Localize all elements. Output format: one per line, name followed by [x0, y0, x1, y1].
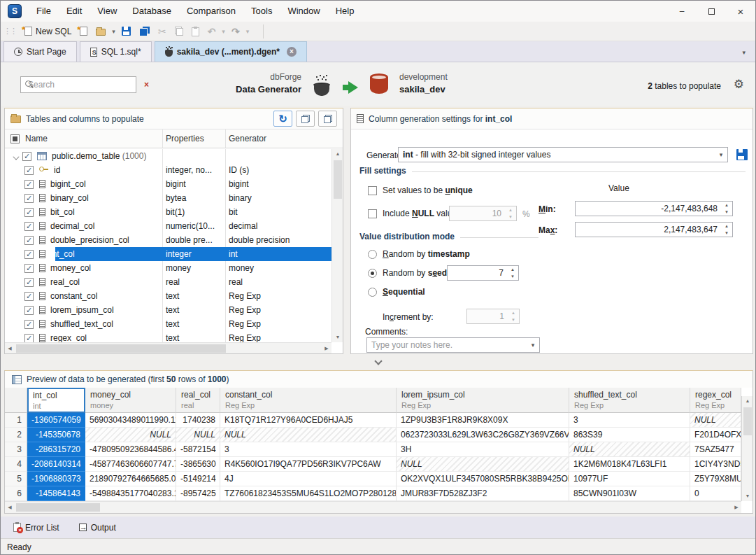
- search-clear-icon[interactable]: ×: [139, 80, 154, 90]
- spin-down-icon[interactable]: ▼: [508, 316, 519, 323]
- new-document-button[interactable]: [76, 23, 92, 40]
- spin-down-icon[interactable]: ▼: [721, 230, 732, 237]
- chevron-down-icon[interactable]: ▾: [715, 151, 727, 158]
- preview-cell[interactable]: NULL: [690, 413, 741, 428]
- preview-cell[interactable]: -3865630: [176, 457, 220, 472]
- preview-cell[interactable]: 1CIY4Y3ND5P0: [690, 457, 741, 472]
- preview-cell[interactable]: NULL: [85, 428, 176, 442]
- maximize-button[interactable]: [697, 1, 726, 22]
- scrollbar-thumb[interactable]: [743, 407, 752, 435]
- close-button[interactable]: ×: [726, 1, 755, 22]
- spin-up-icon[interactable]: ▲: [505, 206, 516, 213]
- tree-row-binary-col[interactable]: ✓binary_colbyteabinary: [5, 191, 331, 205]
- spin-down-icon[interactable]: ▼: [505, 213, 516, 220]
- row-checkbox[interactable]: ✓: [24, 264, 34, 273]
- scrollbar-thumb[interactable]: [16, 503, 100, 512]
- expand-all-button[interactable]: [318, 111, 337, 127]
- collapse-chevron-icon[interactable]: [374, 357, 382, 365]
- preview-cell[interactable]: OK2XVQX1ULF3457080SR5RBK38B9425ORV70...: [397, 472, 569, 486]
- preview-cell[interactable]: 4J: [220, 472, 397, 486]
- preview-cell[interactable]: NULL: [220, 428, 397, 442]
- tree-horizontal-scrollbar[interactable]: ◀ ▶: [5, 342, 331, 353]
- scroll-left-icon[interactable]: ◀: [5, 343, 15, 354]
- unique-checkbox[interactable]: [368, 186, 377, 195]
- preview-cell[interactable]: -47809509236844586.44: [85, 442, 176, 457]
- tab-list-dropdown-icon[interactable]: ▾: [742, 49, 755, 56]
- row-checkbox[interactable]: ✓: [24, 292, 34, 301]
- preview-cell[interactable]: -5149214: [176, 472, 220, 486]
- preview-cell[interactable]: -145350678: [27, 428, 85, 442]
- select-all-checkbox[interactable]: [10, 134, 20, 143]
- tab-close-icon[interactable]: ×: [287, 47, 297, 57]
- menu-tools[interactable]: Tools: [243, 1, 280, 22]
- cut-button[interactable]: ✂: [154, 23, 171, 40]
- undo-dropdown-icon[interactable]: ▾: [220, 28, 227, 35]
- row-checkbox[interactable]: ✓: [24, 194, 34, 203]
- tree-row-money-col[interactable]: ✓money_colmoneymoney: [5, 261, 331, 275]
- preview-horizontal-scrollbar[interactable]: ◀ ▶: [5, 501, 741, 513]
- preview-cell[interactable]: 0623723033L629L3W63C26G8ZY369VZ66VZSF...: [397, 428, 569, 442]
- row-checkbox[interactable]: ✓: [22, 152, 31, 161]
- toolbar-grip-icon[interactable]: ⋮⋮: [3, 27, 16, 36]
- preview-column-header-lorem-ipsum-col[interactable]: lorem_ipsum_colReg Exp: [397, 388, 569, 413]
- column-header-properties[interactable]: Properties: [166, 134, 204, 143]
- max-value-spinner[interactable]: 2,147,483,647 ▲▼: [575, 222, 733, 237]
- tree-row-constant-col[interactable]: ✓constant_coltextReg Exp: [5, 289, 331, 303]
- preview-cell[interactable]: NULL: [397, 457, 569, 472]
- row-checkbox[interactable]: ✓: [24, 334, 34, 343]
- tree-row-bit-col[interactable]: ✓bit_colbit(1)bit: [5, 205, 331, 219]
- row-checkbox[interactable]: ✓: [24, 208, 34, 217]
- preview-column-header-regex-col[interactable]: regex_colReg Exp: [690, 388, 741, 413]
- save-all-button[interactable]: [135, 23, 154, 40]
- preview-cell[interactable]: NULL: [569, 442, 690, 457]
- preview-column-header-shuffled-text-col[interactable]: shuffled_text_colReg Exp: [569, 388, 690, 413]
- column-header-generator[interactable]: Generator: [229, 134, 266, 143]
- column-header-name[interactable]: Name: [25, 134, 48, 143]
- preview-column-header-real-col[interactable]: real_colreal: [176, 388, 220, 413]
- preview-cell[interactable]: -286315720: [27, 442, 85, 457]
- preview-cell[interactable]: 56903043489011990.11: [85, 413, 176, 428]
- min-value-spinner[interactable]: -2,147,483,648 ▲▼: [575, 201, 733, 216]
- row-checkbox[interactable]: ✓: [24, 250, 34, 259]
- seed-spinner[interactable]: 7 ▲▼: [447, 265, 519, 281]
- redo-dropdown-icon[interactable]: ▾: [244, 28, 252, 35]
- row-checkbox[interactable]: ✓: [24, 180, 34, 189]
- scrollbar-thumb[interactable]: [334, 160, 342, 199]
- tree-row-shuffled-text-col[interactable]: ✓shuffled_text_coltextReg Exp: [5, 317, 331, 331]
- scroll-down-icon[interactable]: ▼: [742, 491, 753, 501]
- chevron-down-icon[interactable]: ▾: [527, 342, 539, 349]
- preview-cell[interactable]: R4K560IO17I9QA77PD56R3IKV7PC6AW: [220, 457, 397, 472]
- preview-cell[interactable]: 3: [569, 413, 690, 428]
- scrollbar-thumb[interactable]: [16, 344, 226, 353]
- gear-icon[interactable]: ⚙: [734, 77, 744, 92]
- open-file-dropdown-icon[interactable]: ▾: [110, 28, 117, 35]
- preview-cell[interactable]: 10977UF: [569, 472, 690, 486]
- preview-cell[interactable]: -1906880373: [27, 472, 85, 486]
- menu-edit[interactable]: Edit: [59, 1, 90, 22]
- increment-spinner[interactable]: 1 ▲▼: [466, 309, 520, 324]
- preview-column-header-money-col[interactable]: money_colmoney: [85, 388, 176, 413]
- tree-row-real-col[interactable]: ✓real_colrealreal: [5, 275, 331, 289]
- panel-splitter[interactable]: [1, 354, 755, 370]
- new-sql-button[interactable]: New SQL: [20, 23, 76, 40]
- tree-row-id[interactable]: ✓idinteger, no...ID (s): [5, 163, 331, 177]
- row-checkbox[interactable]: ✓: [24, 236, 34, 245]
- menu-view[interactable]: View: [90, 1, 124, 22]
- copy-button[interactable]: [171, 23, 187, 40]
- collapse-all-button[interactable]: [296, 111, 315, 127]
- preview-cell[interactable]: TZ76061823453S5MU64S1LO2MO7P28012866...: [220, 486, 397, 501]
- search-input[interactable]: [25, 80, 139, 90]
- preview-cell[interactable]: K18TQ71R127Y96A0CED6HJAJ5: [220, 413, 397, 428]
- spin-down-icon[interactable]: ▼: [507, 273, 518, 280]
- preview-vertical-scrollbar[interactable]: ▲ ▼: [741, 396, 753, 501]
- preview-cell[interactable]: 1ZP9U3B3F1R8JR9K8X09X: [397, 413, 569, 428]
- expander-icon[interactable]: [13, 153, 19, 160]
- preview-cell[interactable]: 3H: [397, 442, 569, 457]
- scroll-left-icon[interactable]: ◀: [5, 502, 15, 513]
- save-button[interactable]: [117, 23, 135, 40]
- preview-column-header-constant-col[interactable]: constant_colReg Exp: [220, 388, 397, 413]
- row-checkbox[interactable]: ✓: [24, 166, 34, 175]
- menu-comparison[interactable]: Comparison: [179, 1, 243, 22]
- paste-button[interactable]: [187, 23, 204, 40]
- preview-cell[interactable]: -5872154: [176, 442, 220, 457]
